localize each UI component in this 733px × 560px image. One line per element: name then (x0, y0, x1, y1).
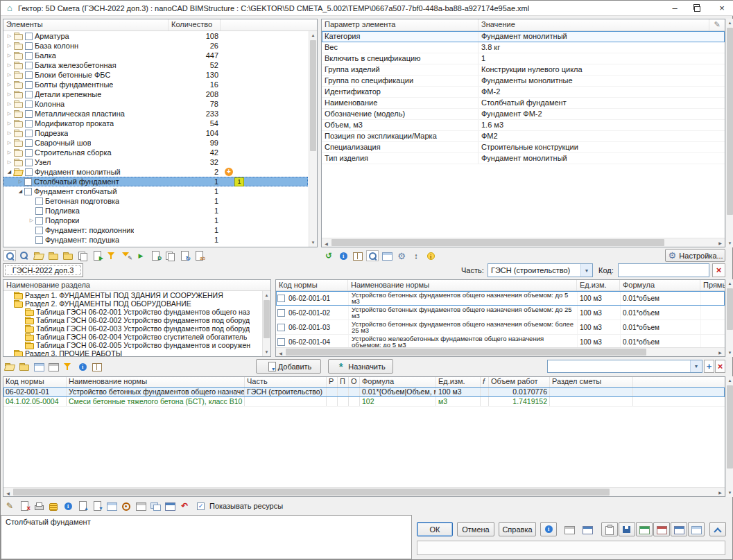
clear-code-button[interactable] (712, 263, 725, 277)
column-header-formula[interactable]: Формула (620, 280, 700, 290)
element-tree-item[interactable]: Фундамент столбчатый 1 (3, 186, 308, 196)
back-icon[interactable] (322, 250, 335, 261)
expander-icon[interactable] (6, 70, 13, 80)
param-value[interactable]: 3.8 кг (478, 42, 725, 53)
move-up-icon[interactable] (76, 500, 89, 511)
element-checkbox[interactable] (35, 217, 43, 225)
expander-icon[interactable] (6, 41, 13, 51)
scroll-thumb[interactable] (264, 300, 270, 338)
report-button-1[interactable] (561, 522, 578, 536)
param-row[interactable]: Включить в спецификацию 1 (322, 53, 725, 64)
element-tree-item[interactable]: Подрезка 104 (3, 128, 308, 138)
export-green-button[interactable] (636, 522, 653, 536)
norm-checkbox[interactable] (277, 324, 285, 331)
scroll-right-icon[interactable]: ▶ (716, 488, 725, 496)
edit-icon[interactable] (3, 500, 16, 511)
scroll-up-icon[interactable]: ▲ (726, 279, 733, 288)
part-combobox[interactable]: ГЭСН (строительство) ▼ (488, 263, 593, 277)
preview-icon[interactable] (366, 250, 379, 261)
column-header-volume[interactable]: Объем работ (489, 377, 550, 387)
element-checkbox[interactable] (24, 188, 32, 195)
element-checkbox[interactable] (25, 139, 33, 147)
element-tree-item[interactable]: База колонн 26 (3, 41, 308, 51)
folder-icon[interactable] (18, 361, 31, 372)
column-header-part[interactable]: Часть (245, 377, 327, 387)
element-checkbox[interactable] (25, 120, 33, 128)
expander-icon[interactable] (6, 128, 13, 138)
norms-hscrollbar[interactable]: ◀ ▶ (276, 347, 725, 356)
column-header-f[interactable]: f (481, 377, 489, 387)
scroll-down-icon[interactable]: ▼ (726, 349, 733, 357)
scroll-up-icon[interactable]: ▲ (263, 291, 270, 299)
column-header-norm-name[interactable]: Наименование нормы (348, 280, 577, 290)
estimate-row[interactable]: 04.1.02.05-0004 Смеси бетонные тяжелого … (3, 397, 725, 407)
norm-filter-combobox[interactable]: ▼ (547, 360, 702, 373)
collapse-button[interactable] (709, 522, 726, 536)
norm-checkbox[interactable] (277, 295, 285, 302)
scroll-up-icon[interactable]: ▲ (309, 31, 317, 40)
export-icon[interactable] (91, 250, 103, 261)
refresh-doc-icon[interactable] (178, 250, 191, 261)
section-tree-item[interactable]: Таблица ГЭСН 06-02-001 Устройство фундам… (3, 308, 262, 316)
window-button[interactable] (688, 522, 705, 536)
cancel-button[interactable]: Отмена (457, 522, 494, 536)
column-header-section[interactable]: Раздел сметы (550, 377, 633, 387)
resources-icon[interactable] (47, 500, 60, 511)
column-header-name[interactable]: Наименование нормы (67, 377, 245, 387)
param-value[interactable]: Фундамент ФМ-2 (478, 109, 725, 119)
param-value[interactable]: Конструкции нулевого цикла (478, 64, 725, 75)
param-row[interactable]: Обозначение (модель) Фундамент ФМ-2 (322, 109, 725, 120)
element-checkbox[interactable] (25, 168, 33, 176)
element-checkbox[interactable] (25, 149, 33, 157)
target-icon[interactable] (120, 500, 132, 511)
calc-icon[interactable] (164, 500, 176, 511)
open-folder-icon[interactable] (33, 250, 45, 261)
copy-button[interactable] (601, 522, 618, 536)
expander-icon[interactable] (17, 186, 24, 196)
sort-icon[interactable] (410, 250, 422, 261)
info-icon[interactable] (337, 250, 350, 261)
element-checkbox[interactable] (35, 236, 43, 244)
report-button-2[interactable] (579, 522, 596, 536)
save-button[interactable] (619, 522, 635, 536)
scroll-down-icon[interactable]: ▼ (726, 239, 733, 247)
column-header-p[interactable]: П (338, 377, 349, 387)
estimate-row[interactable]: 06-02-001-01 Устройство бетонных фундаме… (3, 387, 725, 397)
element-tree-item[interactable]: Подпорки 1 (3, 216, 308, 225)
element-checkbox[interactable] (24, 178, 32, 186)
folders-icon[interactable] (62, 250, 74, 261)
scroll-left-icon[interactable]: ◀ (3, 489, 12, 498)
add-button[interactable]: Добавить (256, 359, 321, 374)
expander-icon[interactable] (6, 119, 13, 128)
minimize-button[interactable]: – (663, 1, 687, 15)
scroll-up-icon[interactable]: ▲ (726, 19, 733, 27)
list-icon[interactable] (47, 361, 60, 372)
param-row[interactable]: Объем, м3 1.6 м3 (322, 120, 725, 131)
element-tree-item[interactable]: Бетонная подготовка 1 (3, 196, 308, 206)
element-tree-item[interactable]: Детали крепежные 208 (3, 89, 308, 99)
column-header-count[interactable]: Количество (169, 19, 221, 30)
norm-base-tab[interactable]: ГЭСН-2022 доп.3 (3, 263, 83, 277)
database-icon[interactable] (149, 250, 162, 261)
copy-icon[interactable] (76, 250, 89, 261)
scroll-down-icon[interactable]: ▼ (309, 238, 317, 247)
param-row[interactable]: Группа по спецификации Фундаменты моноли… (322, 76, 725, 87)
info-icon[interactable] (76, 361, 89, 372)
element-tree-item[interactable]: Фундамент: подколонник 1 (3, 225, 308, 235)
norm-row[interactable]: 06-02-001-02 Устройство бетонных фундаме… (276, 306, 725, 320)
table-icon[interactable] (105, 500, 118, 511)
section-tree-item[interactable]: Таблица ГЭСН 06-02-004 Устройство сгусти… (3, 333, 262, 341)
window-icon[interactable] (381, 250, 393, 261)
show-resources-option[interactable]: Показывать ресурсы (197, 502, 283, 510)
expander-icon[interactable] (6, 51, 13, 60)
filter-icon[interactable] (105, 250, 118, 261)
edit-param-icon[interactable]: ✎ (709, 19, 725, 30)
copy-structure-icon[interactable] (164, 250, 176, 261)
section-tree-item[interactable]: Раздел 1. ФУНДАМЕНТЫ ПОД ЗДАНИЯ И СООРУЖ… (3, 291, 262, 299)
element-checkbox[interactable] (35, 227, 43, 234)
norm-checkbox[interactable] (277, 338, 285, 346)
norm-checkbox[interactable] (277, 309, 285, 317)
column-header-elements[interactable]: Элементы (3, 19, 169, 30)
element-tree-item[interactable]: Строительная сборка 42 (3, 148, 308, 157)
search-icon[interactable] (18, 250, 31, 261)
